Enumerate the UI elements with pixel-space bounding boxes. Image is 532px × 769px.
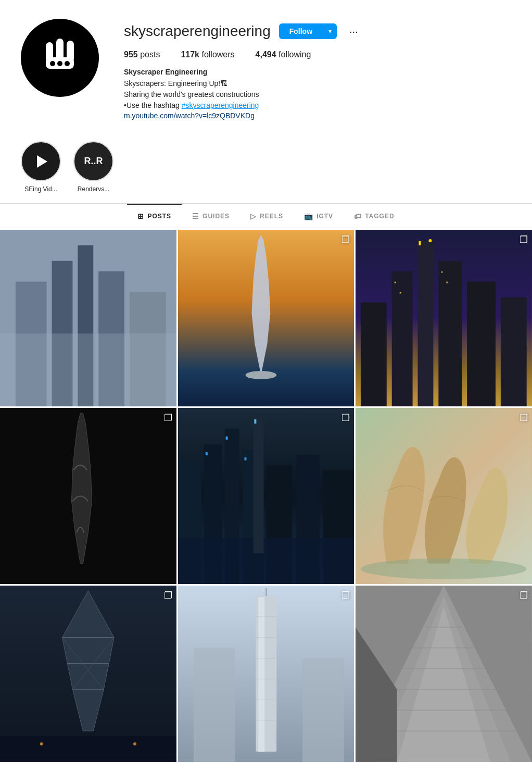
svg-rect-29 (447, 282, 448, 283)
tab-tagged[interactable]: 🏷 TAGGED (344, 204, 404, 228)
svg-rect-20 (418, 240, 434, 406)
multi-post-icon-8: ❐ (341, 590, 350, 601)
svg-rect-41 (225, 436, 227, 439)
multi-post-icon-7: ❐ (164, 590, 172, 601)
post-image-4 (0, 408, 176, 585)
post-cell-7[interactable]: ❐ (0, 586, 176, 762)
post-cell-8[interactable]: ❐ (178, 586, 354, 762)
svg-rect-27 (400, 292, 401, 294)
guides-tab-icon: ☰ (192, 212, 199, 220)
svg-rect-19 (392, 271, 413, 406)
svg-rect-53 (0, 736, 176, 762)
follow-button[interactable]: Follow (279, 23, 323, 39)
svg-rect-28 (441, 271, 443, 273)
bio-line2: Sharing the world's greatest constructio… (124, 89, 511, 100)
highlight-circle-2: R..R (73, 141, 113, 181)
svg-point-16 (245, 371, 276, 379)
following-stat: 4,494 following (256, 50, 311, 59)
igtv-tab-icon: 📺 (304, 212, 313, 220)
bio-line1: Skyscrapers: Engineering Up!🏗 (124, 78, 511, 89)
highlight-item-2[interactable]: R..R Rendervs... (73, 141, 113, 193)
username: skyscraperengineering (124, 23, 271, 40)
stats-row: 955 posts 117k followers 4,494 following (124, 50, 511, 59)
reels-tab-icon: ▷ (250, 212, 257, 220)
follow-dropdown-button[interactable]: ▾ (323, 23, 337, 39)
profile-info: skyscraperengineering Follow ▾ ··· 955 p… (124, 19, 511, 120)
tab-reels[interactable]: ▷ REELS (240, 204, 294, 228)
svg-rect-18 (361, 302, 387, 406)
tab-igtv[interactable]: 📺 IGTV (294, 204, 344, 228)
svg-marker-7 (37, 155, 47, 168)
svg-rect-44 (254, 419, 256, 424)
bio-line3: •Use the hashtag #skyscraperengineering (124, 100, 511, 111)
chevron-down-icon: ▾ (328, 28, 332, 35)
tagged-tab-icon: 🏷 (354, 212, 362, 220)
svg-point-6 (65, 61, 70, 66)
bio-youtube-link[interactable]: m.youtube.com/watch?v=lc9zQBDVKDg (124, 111, 255, 120)
bio-line3-prefix: •Use the hashtag (124, 101, 182, 109)
tab-guides[interactable]: ☰ GUIDES (182, 204, 240, 228)
svg-rect-21 (439, 261, 462, 406)
svg-point-25 (429, 239, 432, 242)
post-cell-2[interactable]: ❐ (178, 230, 354, 406)
followers-stat: 117k followers (181, 50, 234, 59)
svg-rect-66 (194, 648, 235, 762)
svg-rect-67 (302, 659, 344, 762)
followers-count: 117k (181, 50, 199, 59)
highlights-section: SEing Vid... R..R Rendervs... (0, 133, 532, 193)
posts-count: 955 (124, 50, 138, 59)
svg-rect-39 (178, 538, 354, 585)
svg-rect-22 (467, 282, 496, 406)
hashtag-link[interactable]: #skyscraperengineering (182, 101, 259, 109)
multi-post-icon-3: ❐ (520, 234, 528, 245)
highlight-initials-2: R..R (84, 156, 103, 167)
multi-post-icon-4: ❐ (164, 412, 172, 424)
svg-point-46 (361, 559, 527, 579)
highlight-label-1: SEing Vid... (24, 185, 57, 193)
highlight-label-2: Rendervs... (78, 185, 109, 193)
post-image-2 (178, 230, 354, 406)
svg-rect-43 (253, 418, 263, 553)
svg-rect-23 (501, 297, 527, 406)
svg-point-54 (40, 742, 43, 746)
more-options-button[interactable]: ··· (345, 23, 362, 40)
profile-top-row: skyscraperengineering Follow ▾ ··· (124, 23, 511, 40)
avatar-logo (36, 34, 83, 81)
post-image-7 (0, 586, 176, 762)
multi-post-icon-2: ❐ (341, 234, 350, 245)
svg-point-55 (133, 742, 136, 746)
post-cell-1[interactable] (0, 230, 176, 406)
tab-posts-label: POSTS (147, 213, 171, 220)
tab-tagged-label: TAGGED (365, 213, 394, 220)
post-image-3 (356, 230, 532, 406)
following-count: 4,494 (256, 50, 276, 59)
highlight-item-1[interactable]: SEing Vid... (21, 141, 61, 193)
bio-name: Skyscraper Engineering (124, 68, 511, 76)
post-cell-3[interactable]: ❐ (356, 230, 532, 406)
post-cell-4[interactable]: ❐ (0, 408, 176, 585)
svg-point-4 (57, 61, 62, 66)
post-image-5 (178, 408, 354, 585)
tab-igtv-label: IGTV (316, 213, 333, 220)
posts-stat: 955 posts (124, 50, 160, 59)
posts-tab-icon: ⊞ (137, 212, 144, 220)
follow-group: Follow ▾ (279, 23, 337, 39)
svg-rect-24 (419, 241, 421, 245)
multi-post-icon-9: ❐ (520, 590, 528, 601)
highlight-circle-1 (21, 141, 61, 181)
tabs-section: ⊞ POSTS ☰ GUIDES ▷ REELS 📺 IGTV 🏷 TAGGED (0, 204, 532, 228)
svg-point-5 (50, 61, 55, 66)
tab-reels-label: REELS (260, 213, 283, 220)
post-image-8 (178, 586, 354, 762)
svg-rect-58 (258, 597, 264, 752)
svg-rect-26 (395, 282, 396, 283)
post-cell-6[interactable]: ❐ (356, 408, 532, 585)
posts-grid: ❐ (0, 228, 532, 764)
svg-rect-40 (205, 452, 207, 455)
svg-rect-14 (0, 333, 176, 406)
post-cell-9[interactable]: ❐ (356, 586, 532, 762)
tab-posts[interactable]: ⊞ POSTS (127, 204, 182, 228)
post-image-1 (0, 230, 176, 406)
play-icon (32, 152, 50, 171)
post-cell-5[interactable]: ❐ (178, 408, 354, 585)
